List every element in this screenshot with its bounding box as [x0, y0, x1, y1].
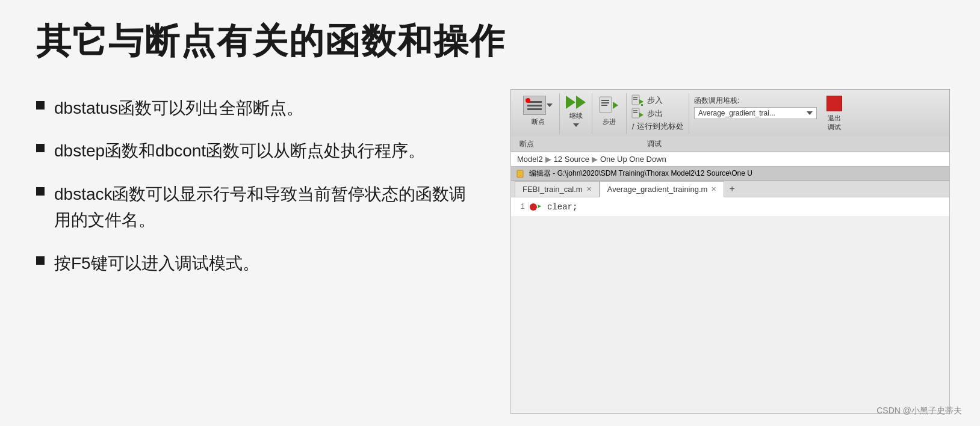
step-out-icon [631, 108, 645, 120]
step-in-label: 步入 [647, 95, 663, 106]
add-tab-button[interactable]: + [724, 181, 739, 197]
bullet-text-4: 按F5键可以进入调试模式。 [54, 250, 259, 276]
step-out-label: 步出 [647, 108, 663, 119]
line-number-1: 1 [511, 202, 529, 211]
code-line-1: 1 ➤ clear; [511, 201, 949, 212]
content-area: dbstatus函数可以列出全部断点。 dbstep函数和dbcont函数可以从… [36, 89, 950, 414]
exit-debug-button[interactable]: 退出调试 [822, 93, 847, 134]
breakpoint-icon [523, 96, 546, 115]
func-stack-value: Average_gradient_trai... [698, 109, 804, 117]
func-stack-area: 函数调用堆栈: Average_gradient_trai... [689, 93, 822, 134]
debug-section-label: 调试 [645, 138, 664, 150]
section-labels-bar: 断点 调试 [510, 137, 950, 152]
execution-arrow: ➤ [537, 202, 542, 212]
breadcrumb-part3: One Up One Down [600, 155, 666, 164]
step-button[interactable]: 步进 [597, 94, 621, 126]
func-stack-label: 函数调用堆栈: [694, 96, 817, 106]
continue-icon [566, 96, 586, 109]
list-item: dbstep函数和dbcont函数可以从断点处执行程序。 [36, 138, 474, 164]
line-gutter-1: ➤ [529, 202, 542, 212]
breakpoint-dot [530, 203, 537, 211]
bullet-dot [36, 187, 45, 196]
continue-button[interactable]: 继续 [565, 94, 587, 130]
code-text-1: clear; [542, 202, 577, 212]
breadcrumb-sep1: ▶ [545, 155, 551, 164]
tab-febi[interactable]: FEBI_train_cal.m ✕ [515, 181, 600, 197]
svg-marker-13 [639, 113, 644, 117]
tab-febi-label: FEBI_train_cal.m [523, 185, 583, 194]
bullet-dot [36, 101, 45, 110]
cursor-icon: 𝐼 [631, 122, 634, 132]
run-to-cursor-row[interactable]: 𝐼 运行到光标处 [631, 121, 684, 132]
step-group: 步进 [592, 93, 627, 134]
continue-dropdown[interactable] [572, 120, 580, 130]
breadcrumb: Model2 ▶ 12 Source ▶ One Up One Down [510, 152, 950, 167]
list-item: dbstack函数可以显示行号和导致当前暂停状态的函数调用的文件名。 [36, 181, 474, 233]
step-inout-group: 步入 步出 𝐼 运行到光标处 [627, 93, 689, 134]
chevron-down-icon [547, 103, 553, 107]
editor-area: 编辑器 - G:\john\2020\SDM Training\Thorax M… [510, 167, 950, 414]
editor-tabs: FEBI_train_cal.m ✕ Average_gradient_trai… [511, 181, 949, 197]
editor-title-text: 编辑器 - G:\john\2020\SDM Training\Thorax M… [529, 168, 752, 179]
breakpoint-dropdown[interactable] [546, 100, 553, 110]
step-icon [598, 96, 620, 115]
editor-title-bar: 编辑器 - G:\john\2020\SDM Training\Thorax M… [511, 167, 949, 181]
step-in-icon [631, 94, 645, 106]
tab-average-close[interactable]: ✕ [711, 185, 716, 193]
exit-debug-icon [826, 96, 842, 111]
exit-debug-label: 退出调试 [828, 114, 841, 132]
page-title: 其它与断点有关的函数和操作 [36, 18, 950, 65]
continue-group: 继续 [560, 93, 592, 134]
list-item: dbstatus函数可以列出全部断点。 [36, 95, 474, 121]
step-out-row[interactable]: 步出 [631, 108, 663, 120]
tab-average-label: Average_gradient_training.m [607, 185, 708, 194]
run-to-cursor-label: 运行到光标处 [637, 121, 684, 132]
step-icons-area: 步入 步出 𝐼 运行到光标处 [631, 94, 684, 132]
svg-marker-9 [641, 104, 643, 106]
svg-marker-4 [613, 102, 618, 109]
matlab-panel: 断点 继续 [510, 89, 950, 414]
step-in-row[interactable]: 步入 [631, 94, 663, 106]
list-item: 按F5键可以进入调试模式。 [36, 250, 474, 276]
breadcrumb-sep2: ▶ [592, 155, 598, 164]
bullet-text-1: dbstatus函数可以列出全部断点。 [54, 95, 303, 121]
svg-rect-5 [632, 95, 639, 105]
bullet-text-2: dbstep函数和dbcont函数可以从断点处执行程序。 [54, 138, 425, 164]
step-label: 步进 [603, 117, 616, 126]
editor-pencil-icon [516, 169, 526, 179]
svg-marker-8 [639, 99, 644, 104]
tab-febi-close[interactable]: ✕ [586, 185, 592, 193]
func-stack-dropdown[interactable]: Average_gradient_trai... [694, 107, 817, 119]
bullet-dot [36, 144, 45, 152]
breakpoint-group: 断点 [517, 93, 560, 134]
bullet-text-3: dbstack函数可以显示行号和导致当前暂停状态的函数调用的文件名。 [54, 181, 474, 233]
breadcrumb-part1: Model2 [517, 155, 543, 164]
debug-toolbar: 断点 继续 [510, 89, 950, 137]
breakpoint-button[interactable]: 断点 [522, 94, 554, 126]
tab-average[interactable]: Average_gradient_training.m ✕ [600, 181, 725, 197]
watermark: CSDN @小黑子史蒂夫 [876, 406, 962, 416]
breakpoint-label: 断点 [532, 117, 545, 126]
chevron-down-icon [573, 123, 579, 127]
left-panel: dbstatus函数可以列出全部断点。 dbstep函数和dbcont函数可以从… [36, 89, 474, 414]
bullet-dot [36, 256, 45, 265]
breakpoint-section-label: 断点 [517, 138, 536, 150]
svg-rect-10 [632, 108, 639, 118]
continue-label: 继续 [569, 111, 583, 120]
breadcrumb-part2: 12 Source [554, 155, 589, 164]
code-editor: 1 ➤ clear; [511, 197, 949, 216]
chevron-down-icon [807, 111, 813, 115]
